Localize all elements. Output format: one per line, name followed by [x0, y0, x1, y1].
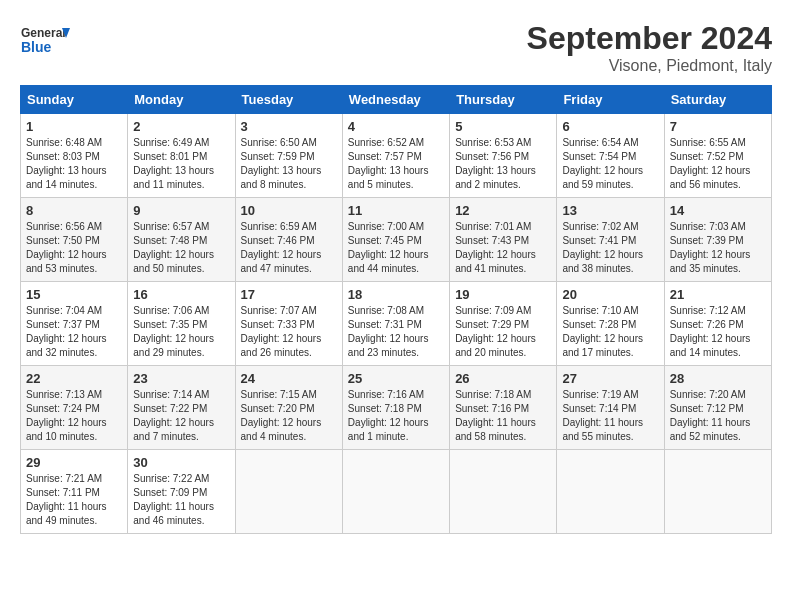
- weekday-header: Saturday: [664, 86, 771, 114]
- month-title: September 2024: [527, 20, 772, 57]
- cell-content: Sunrise: 7:21 AMSunset: 7:11 PMDaylight:…: [26, 473, 107, 526]
- weekday-header: Wednesday: [342, 86, 449, 114]
- page-header: General Blue September 2024 Visone, Pied…: [20, 20, 772, 75]
- calendar-cell: 3Sunrise: 6:50 AMSunset: 7:59 PMDaylight…: [235, 114, 342, 198]
- calendar-cell: 6Sunrise: 6:54 AMSunset: 7:54 PMDaylight…: [557, 114, 664, 198]
- day-number: 12: [455, 203, 551, 218]
- day-number: 8: [26, 203, 122, 218]
- calendar-cell: 4Sunrise: 6:52 AMSunset: 7:57 PMDaylight…: [342, 114, 449, 198]
- day-number: 1: [26, 119, 122, 134]
- calendar-cell: [342, 450, 449, 534]
- day-number: 5: [455, 119, 551, 134]
- calendar-cell: 27Sunrise: 7:19 AMSunset: 7:14 PMDayligh…: [557, 366, 664, 450]
- cell-content: Sunrise: 6:52 AMSunset: 7:57 PMDaylight:…: [348, 137, 429, 190]
- cell-content: Sunrise: 6:49 AMSunset: 8:01 PMDaylight:…: [133, 137, 214, 190]
- day-number: 15: [26, 287, 122, 302]
- weekday-header-row: SundayMondayTuesdayWednesdayThursdayFrid…: [21, 86, 772, 114]
- calendar-cell: 21Sunrise: 7:12 AMSunset: 7:26 PMDayligh…: [664, 282, 771, 366]
- calendar-cell: 7Sunrise: 6:55 AMSunset: 7:52 PMDaylight…: [664, 114, 771, 198]
- calendar-cell: 25Sunrise: 7:16 AMSunset: 7:18 PMDayligh…: [342, 366, 449, 450]
- svg-text:General: General: [21, 26, 66, 40]
- day-number: 23: [133, 371, 229, 386]
- calendar-table: SundayMondayTuesdayWednesdayThursdayFrid…: [20, 85, 772, 534]
- calendar-cell: [557, 450, 664, 534]
- calendar-cell: 24Sunrise: 7:15 AMSunset: 7:20 PMDayligh…: [235, 366, 342, 450]
- calendar-cell: 22Sunrise: 7:13 AMSunset: 7:24 PMDayligh…: [21, 366, 128, 450]
- weekday-header: Tuesday: [235, 86, 342, 114]
- cell-content: Sunrise: 7:06 AMSunset: 7:35 PMDaylight:…: [133, 305, 214, 358]
- calendar-cell: 2Sunrise: 6:49 AMSunset: 8:01 PMDaylight…: [128, 114, 235, 198]
- calendar-cell: 20Sunrise: 7:10 AMSunset: 7:28 PMDayligh…: [557, 282, 664, 366]
- weekday-header: Sunday: [21, 86, 128, 114]
- cell-content: Sunrise: 7:07 AMSunset: 7:33 PMDaylight:…: [241, 305, 322, 358]
- day-number: 17: [241, 287, 337, 302]
- calendar-week-row: 15Sunrise: 7:04 AMSunset: 7:37 PMDayligh…: [21, 282, 772, 366]
- cell-content: Sunrise: 6:57 AMSunset: 7:48 PMDaylight:…: [133, 221, 214, 274]
- cell-content: Sunrise: 7:12 AMSunset: 7:26 PMDaylight:…: [670, 305, 751, 358]
- calendar-cell: 18Sunrise: 7:08 AMSunset: 7:31 PMDayligh…: [342, 282, 449, 366]
- day-number: 21: [670, 287, 766, 302]
- day-number: 28: [670, 371, 766, 386]
- day-number: 2: [133, 119, 229, 134]
- title-block: September 2024 Visone, Piedmont, Italy: [527, 20, 772, 75]
- calendar-cell: 28Sunrise: 7:20 AMSunset: 7:12 PMDayligh…: [664, 366, 771, 450]
- calendar-cell: 5Sunrise: 6:53 AMSunset: 7:56 PMDaylight…: [450, 114, 557, 198]
- weekday-header: Monday: [128, 86, 235, 114]
- day-number: 24: [241, 371, 337, 386]
- calendar-cell: 13Sunrise: 7:02 AMSunset: 7:41 PMDayligh…: [557, 198, 664, 282]
- location-title: Visone, Piedmont, Italy: [527, 57, 772, 75]
- calendar-cell: 15Sunrise: 7:04 AMSunset: 7:37 PMDayligh…: [21, 282, 128, 366]
- cell-content: Sunrise: 7:09 AMSunset: 7:29 PMDaylight:…: [455, 305, 536, 358]
- cell-content: Sunrise: 6:53 AMSunset: 7:56 PMDaylight:…: [455, 137, 536, 190]
- day-number: 7: [670, 119, 766, 134]
- cell-content: Sunrise: 7:14 AMSunset: 7:22 PMDaylight:…: [133, 389, 214, 442]
- cell-content: Sunrise: 7:20 AMSunset: 7:12 PMDaylight:…: [670, 389, 751, 442]
- cell-content: Sunrise: 6:56 AMSunset: 7:50 PMDaylight:…: [26, 221, 107, 274]
- day-number: 11: [348, 203, 444, 218]
- calendar-cell: 23Sunrise: 7:14 AMSunset: 7:22 PMDayligh…: [128, 366, 235, 450]
- cell-content: Sunrise: 7:02 AMSunset: 7:41 PMDaylight:…: [562, 221, 643, 274]
- calendar-cell: 9Sunrise: 6:57 AMSunset: 7:48 PMDaylight…: [128, 198, 235, 282]
- day-number: 19: [455, 287, 551, 302]
- calendar-cell: 16Sunrise: 7:06 AMSunset: 7:35 PMDayligh…: [128, 282, 235, 366]
- day-number: 13: [562, 203, 658, 218]
- logo-svg: General Blue: [20, 20, 70, 60]
- calendar-cell: 17Sunrise: 7:07 AMSunset: 7:33 PMDayligh…: [235, 282, 342, 366]
- calendar-cell: 26Sunrise: 7:18 AMSunset: 7:16 PMDayligh…: [450, 366, 557, 450]
- calendar-cell: [450, 450, 557, 534]
- day-number: 3: [241, 119, 337, 134]
- cell-content: Sunrise: 7:01 AMSunset: 7:43 PMDaylight:…: [455, 221, 536, 274]
- calendar-cell: 1Sunrise: 6:48 AMSunset: 8:03 PMDaylight…: [21, 114, 128, 198]
- cell-content: Sunrise: 6:54 AMSunset: 7:54 PMDaylight:…: [562, 137, 643, 190]
- weekday-header: Thursday: [450, 86, 557, 114]
- cell-content: Sunrise: 7:18 AMSunset: 7:16 PMDaylight:…: [455, 389, 536, 442]
- cell-content: Sunrise: 7:08 AMSunset: 7:31 PMDaylight:…: [348, 305, 429, 358]
- day-number: 29: [26, 455, 122, 470]
- day-number: 18: [348, 287, 444, 302]
- calendar-week-row: 22Sunrise: 7:13 AMSunset: 7:24 PMDayligh…: [21, 366, 772, 450]
- day-number: 30: [133, 455, 229, 470]
- cell-content: Sunrise: 7:00 AMSunset: 7:45 PMDaylight:…: [348, 221, 429, 274]
- calendar-cell: [664, 450, 771, 534]
- calendar-cell: 29Sunrise: 7:21 AMSunset: 7:11 PMDayligh…: [21, 450, 128, 534]
- calendar-cell: 12Sunrise: 7:01 AMSunset: 7:43 PMDayligh…: [450, 198, 557, 282]
- day-number: 6: [562, 119, 658, 134]
- calendar-week-row: 29Sunrise: 7:21 AMSunset: 7:11 PMDayligh…: [21, 450, 772, 534]
- day-number: 26: [455, 371, 551, 386]
- day-number: 10: [241, 203, 337, 218]
- day-number: 25: [348, 371, 444, 386]
- calendar-cell: 14Sunrise: 7:03 AMSunset: 7:39 PMDayligh…: [664, 198, 771, 282]
- calendar-cell: 30Sunrise: 7:22 AMSunset: 7:09 PMDayligh…: [128, 450, 235, 534]
- calendar-week-row: 1Sunrise: 6:48 AMSunset: 8:03 PMDaylight…: [21, 114, 772, 198]
- calendar-week-row: 8Sunrise: 6:56 AMSunset: 7:50 PMDaylight…: [21, 198, 772, 282]
- cell-content: Sunrise: 7:04 AMSunset: 7:37 PMDaylight:…: [26, 305, 107, 358]
- day-number: 9: [133, 203, 229, 218]
- day-number: 4: [348, 119, 444, 134]
- svg-text:Blue: Blue: [21, 39, 52, 55]
- logo: General Blue: [20, 20, 70, 60]
- cell-content: Sunrise: 6:55 AMSunset: 7:52 PMDaylight:…: [670, 137, 751, 190]
- day-number: 27: [562, 371, 658, 386]
- day-number: 14: [670, 203, 766, 218]
- cell-content: Sunrise: 7:15 AMSunset: 7:20 PMDaylight:…: [241, 389, 322, 442]
- cell-content: Sunrise: 6:48 AMSunset: 8:03 PMDaylight:…: [26, 137, 107, 190]
